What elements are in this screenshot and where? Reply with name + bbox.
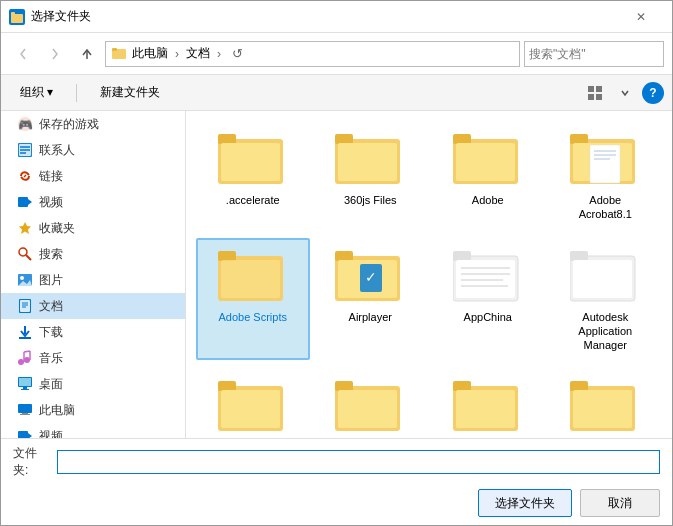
svg-point-21 — [19, 248, 27, 256]
sidebar-item-video[interactable]: 视频 — [1, 189, 185, 215]
folder-appchina[interactable]: AppChina — [431, 238, 545, 361]
svg-rect-100 — [570, 381, 588, 391]
svg-rect-39 — [19, 378, 31, 386]
view-button[interactable] — [582, 80, 608, 106]
svg-rect-101 — [573, 390, 632, 428]
address-bar[interactable]: 此电脑 › 文档 › ↺ — [105, 41, 520, 67]
svg-rect-18 — [18, 197, 28, 207]
new-folder-button[interactable]: 新建文件夹 — [89, 80, 171, 106]
folder-label-accelerate: .accelerate — [226, 193, 280, 207]
main-area: 🎮 保存的游戏 联系人 链接 视频 — [1, 111, 672, 438]
close-button[interactable]: ✕ — [618, 1, 664, 33]
sidebar-item-music[interactable]: 音乐 — [1, 345, 185, 371]
svg-rect-58 — [221, 143, 280, 181]
folder-icon-360js — [335, 129, 405, 189]
view-dropdown-button[interactable] — [612, 80, 638, 106]
svg-rect-7 — [596, 86, 602, 92]
folder-row3-4[interactable] — [549, 368, 663, 438]
toolbar: 此电脑 › 文档 › ↺ 🔍 — [1, 33, 672, 75]
folder-label-appchina: AppChina — [464, 310, 512, 324]
games-icon: 🎮 — [17, 116, 33, 132]
computer-icon — [17, 402, 33, 418]
breadcrumb-docs[interactable]: 文档 — [184, 44, 212, 63]
sidebar-label-saved-games: 保存的游戏 — [39, 116, 177, 133]
help-button[interactable]: ? — [642, 82, 664, 104]
title-controls: ✕ — [618, 1, 664, 33]
sidebar-label-images: 图片 — [39, 272, 177, 289]
sidebar-item-favorites[interactable]: 收藏夹 — [1, 215, 185, 241]
folder-adobe-scripts[interactable]: Adobe Scripts — [196, 238, 310, 361]
breadcrumb-sep2: › — [217, 47, 221, 61]
refresh-button[interactable]: ↺ — [226, 43, 248, 65]
svg-rect-64 — [456, 143, 515, 181]
svg-marker-19 — [28, 199, 32, 205]
svg-rect-98 — [456, 390, 515, 428]
folder-icon-row3-1 — [218, 376, 288, 436]
folder-airplayer[interactable]: ✓ Airplayer — [314, 238, 428, 361]
folder-autodesk[interactable]: Autodesk Application Manager — [549, 238, 663, 361]
folder-icon-accelerate — [218, 129, 288, 189]
search-input[interactable] — [529, 47, 673, 61]
svg-rect-45 — [18, 431, 28, 438]
sidebar-item-docs[interactable]: 文档 — [1, 293, 185, 319]
sidebar-item-search[interactable]: 搜索 — [1, 241, 185, 267]
sidebar-label-music: 音乐 — [39, 350, 177, 367]
folder-accelerate[interactable]: .accelerate — [196, 121, 310, 230]
svg-rect-44 — [20, 414, 30, 415]
docs-icon — [17, 298, 33, 314]
folder-icon-adobe-acrobat — [570, 129, 640, 189]
folder-label-adobe-acrobat: Adobe Acrobat8.1 — [565, 193, 645, 222]
sidebar-item-images[interactable]: 图片 — [1, 267, 185, 293]
breadcrumb-sep1: › — [175, 47, 179, 61]
select-folder-button[interactable]: 选择文件夹 — [478, 489, 572, 517]
svg-rect-2 — [11, 12, 15, 15]
cancel-button[interactable]: 取消 — [580, 489, 660, 517]
svg-rect-97 — [453, 381, 471, 391]
breadcrumb-pc[interactable]: 此电脑 — [130, 44, 170, 63]
folder-row3-3[interactable] — [431, 368, 545, 438]
action-bar: 组织 ▾ 新建文件夹 ? — [1, 75, 672, 111]
folder-grid: .accelerate 360js Files — [196, 121, 662, 438]
sidebar-item-desktop[interactable]: 桌面 — [1, 371, 185, 397]
sidebar-item-saved-games[interactable]: 🎮 保存的游戏 — [1, 111, 185, 137]
folder-icon-autodesk — [570, 246, 640, 306]
svg-rect-74 — [221, 260, 280, 298]
svg-rect-9 — [596, 94, 602, 100]
folder-row3-2[interactable] — [314, 368, 428, 438]
contacts-icon — [17, 142, 33, 158]
filename-row: 文件夹: — [1, 439, 672, 485]
svg-rect-41 — [21, 389, 29, 390]
sidebar: 🎮 保存的游戏 联系人 链接 视频 — [1, 111, 186, 438]
sidebar-item-contacts[interactable]: 联系人 — [1, 137, 185, 163]
folder-adobe-acrobat[interactable]: Adobe Acrobat8.1 — [549, 121, 663, 230]
svg-point-34 — [24, 357, 30, 363]
sidebar-label-contacts: 联系人 — [39, 142, 177, 159]
action-separator — [76, 84, 77, 102]
sidebar-label-favorites: 收藏夹 — [39, 220, 177, 237]
folder-grid-container[interactable]: .accelerate 360js Files — [186, 111, 672, 438]
folder-label-autodesk: Autodesk Application Manager — [565, 310, 645, 353]
filename-input[interactable] — [57, 450, 660, 474]
sidebar-item-video2[interactable]: 视频 — [1, 423, 185, 438]
forward-button[interactable] — [41, 40, 69, 68]
organize-button[interactable]: 组织 ▾ — [9, 80, 64, 106]
images-icon — [17, 272, 33, 288]
sidebar-item-links[interactable]: 链接 — [1, 163, 185, 189]
svg-rect-61 — [338, 143, 397, 181]
svg-point-33 — [18, 359, 24, 365]
folder-row3-1[interactable] — [196, 368, 310, 438]
svg-rect-82 — [456, 260, 515, 298]
up-button[interactable] — [73, 40, 101, 68]
svg-rect-91 — [218, 381, 236, 391]
sidebar-item-computer[interactable]: 此电脑 — [1, 397, 185, 423]
svg-line-37 — [24, 351, 30, 352]
search-box[interactable]: 🔍 — [524, 41, 664, 67]
svg-rect-40 — [23, 387, 27, 389]
music-icon — [17, 350, 33, 366]
svg-rect-6 — [588, 86, 594, 92]
folder-adobe[interactable]: Adobe — [431, 121, 545, 230]
sidebar-item-downloads[interactable]: 下载 — [1, 319, 185, 345]
folder-360js[interactable]: 360js Files — [314, 121, 428, 230]
svg-rect-60 — [335, 134, 353, 144]
back-button[interactable] — [9, 40, 37, 68]
